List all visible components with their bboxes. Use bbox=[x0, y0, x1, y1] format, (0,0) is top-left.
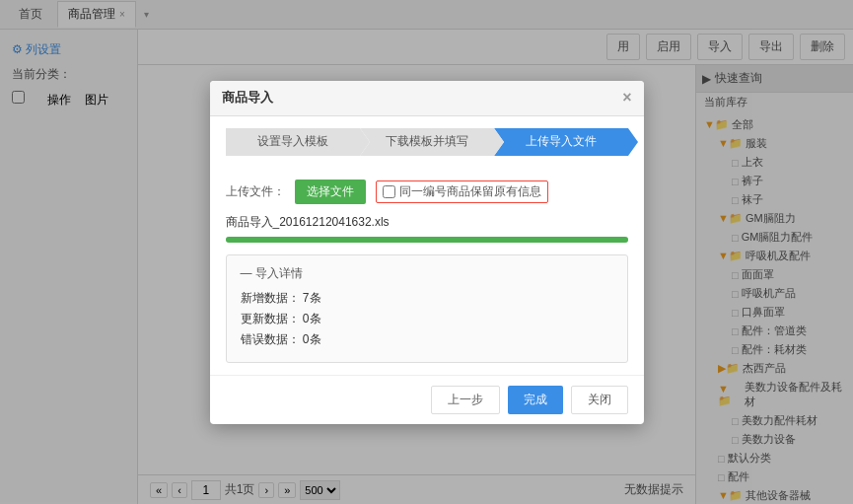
import-details: — 导入详情 新增数据： 7条 更新数据： 0条 错误数据： 0条 bbox=[226, 254, 628, 363]
error-count-row: 错误数据： 0条 bbox=[241, 331, 613, 348]
import-dialog: 商品导入 × 设置导入模板 下载模板并填写 上传导入文件 上传文件： 选择文件 … bbox=[210, 81, 644, 424]
same-code-label: 同一编号商品保留原有信息 bbox=[399, 183, 541, 200]
dialog-footer: 上一步 完成 关闭 bbox=[210, 375, 644, 424]
stepper: 设置导入模板 下载模板并填写 上传导入文件 bbox=[226, 116, 628, 168]
select-file-btn[interactable]: 选择文件 bbox=[295, 180, 366, 204]
import-details-title: — 导入详情 bbox=[241, 265, 613, 282]
update-count-label: 更新数据： bbox=[241, 312, 300, 325]
upload-label: 上传文件： bbox=[226, 183, 285, 200]
dialog-title: 商品导入 bbox=[222, 89, 273, 107]
update-count-value: 0条 bbox=[303, 312, 321, 325]
update-count-row: 更新数据： 0条 bbox=[241, 311, 613, 327]
error-count-label: 错误数据： bbox=[241, 332, 300, 346]
step-1-label: 设置导入模板 bbox=[257, 133, 328, 150]
new-count-label: 新增数据： bbox=[241, 291, 300, 305]
btn-prev[interactable]: 上一步 bbox=[431, 386, 500, 414]
progress-bar-fill bbox=[226, 237, 628, 243]
new-count-row: 新增数据： 7条 bbox=[241, 290, 613, 307]
error-count-value: 0条 bbox=[303, 332, 321, 346]
file-name-label: 商品导入_20161212041632.xls bbox=[226, 214, 628, 231]
progress-bar-wrap bbox=[226, 237, 628, 243]
step-1: 设置导入模板 bbox=[226, 128, 360, 156]
same-code-checkbox[interactable] bbox=[383, 185, 395, 198]
step-3-label: 上传导入文件 bbox=[526, 133, 597, 150]
dialog-body: 上传文件： 选择文件 同一编号商品保留原有信息 商品导入_20161212041… bbox=[210, 168, 644, 375]
new-count-value: 7条 bbox=[303, 291, 321, 305]
btn-close[interactable]: 关闭 bbox=[571, 386, 628, 414]
same-code-checkbox-label[interactable]: 同一编号商品保留原有信息 bbox=[376, 180, 548, 203]
dialog-title-bar: 商品导入 × bbox=[210, 81, 644, 116]
step-2: 下载模板并填写 bbox=[360, 128, 494, 156]
modal-overlay: 商品导入 × 设置导入模板 下载模板并填写 上传导入文件 上传文件： 选择文件 … bbox=[0, 0, 853, 504]
btn-finish[interactable]: 完成 bbox=[508, 386, 563, 414]
step-2-label: 下载模板并填写 bbox=[386, 133, 468, 150]
step-3: 上传导入文件 bbox=[494, 128, 628, 156]
upload-row: 上传文件： 选择文件 同一编号商品保留原有信息 bbox=[226, 180, 628, 204]
dialog-close-btn[interactable]: × bbox=[622, 89, 631, 107]
